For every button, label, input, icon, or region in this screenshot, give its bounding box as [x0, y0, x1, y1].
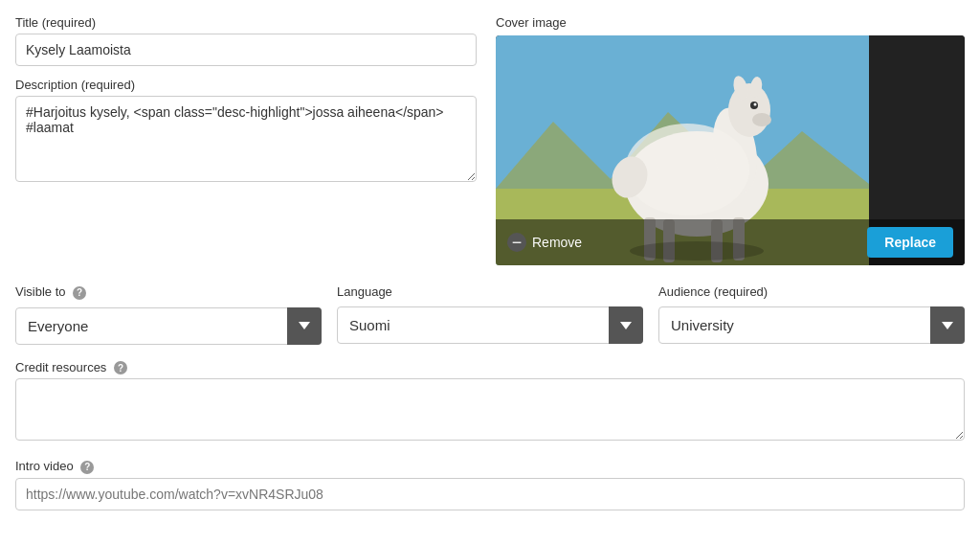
credit-resources-label: Credit resources ? — [15, 360, 965, 375]
replace-button[interactable]: Replace — [867, 227, 953, 258]
dropdowns-row: Visible to ? Everyone Members only Instr… — [15, 284, 965, 345]
remove-label: Remove — [532, 235, 582, 250]
cover-image-actions: − Remove Replace — [496, 219, 965, 265]
visible-to-wrapper: Everyone Members only Instructors only — [15, 307, 322, 345]
intro-video-section: Intro video ? — [15, 459, 965, 510]
visible-to-group: Visible to ? Everyone Members only Instr… — [15, 284, 322, 345]
language-label: Language — [337, 284, 643, 299]
audience-group: Audience (required) University College S… — [658, 284, 965, 345]
audience-label: Audience (required) — [658, 284, 965, 299]
title-label: Title (required) — [15, 15, 477, 30]
remove-icon: − — [507, 233, 526, 252]
description-label: Description (required) — [15, 78, 477, 92]
visible-to-select[interactable]: Everyone Members only Instructors only — [15, 307, 322, 345]
credit-resources-help-icon: ? — [114, 361, 127, 374]
description-input[interactable]: #Harjoitus kysely, <span class="desc-hig… — [15, 96, 477, 182]
language-wrapper: Suomi English Svenska — [337, 306, 643, 344]
visible-to-help-icon: ? — [73, 286, 86, 300]
svg-point-15 — [752, 113, 771, 126]
language-select[interactable]: Suomi English Svenska — [337, 306, 643, 344]
intro-video-help-icon: ? — [80, 461, 94, 474]
credit-resources-section: Credit resources ? — [15, 360, 965, 444]
svg-point-10 — [728, 83, 770, 137]
svg-point-14 — [754, 103, 757, 106]
intro-video-input[interactable] — [15, 478, 965, 510]
remove-button[interactable]: − Remove — [507, 233, 582, 252]
language-group: Language Suomi English Svenska — [337, 284, 643, 345]
credit-resources-input[interactable] — [15, 378, 965, 441]
cover-image-container: − Remove Replace — [496, 35, 965, 265]
intro-video-label: Intro video ? — [15, 459, 965, 474]
title-input[interactable] — [15, 34, 477, 66]
cover-image-label: Cover image — [496, 15, 965, 30]
visible-to-label: Visible to ? — [15, 284, 322, 300]
audience-wrapper: University College School — [658, 306, 965, 344]
audience-select[interactable]: University College School — [658, 306, 965, 344]
